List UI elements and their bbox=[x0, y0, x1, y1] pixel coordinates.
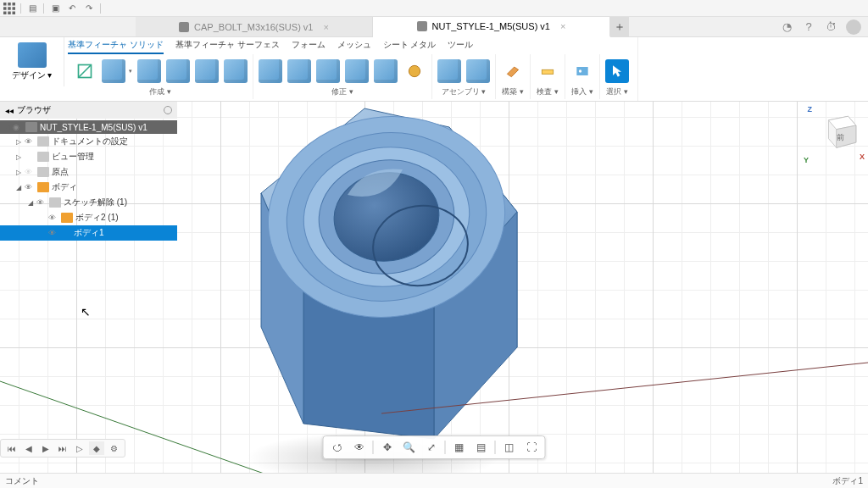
chamfer-icon[interactable] bbox=[287, 59, 311, 83]
box-icon[interactable] bbox=[102, 59, 125, 83]
measure-icon[interactable] bbox=[536, 59, 559, 83]
tl-feature-1[interactable]: ◆ bbox=[89, 441, 104, 455]
group-select-label[interactable]: 選択 ▾ bbox=[604, 86, 631, 99]
fit-icon[interactable]: ⤢ bbox=[421, 439, 442, 456]
tab-mesh[interactable]: メッシュ bbox=[337, 39, 371, 54]
extensions-icon[interactable]: ◔ bbox=[780, 20, 793, 34]
axis-z: Z bbox=[808, 105, 813, 114]
sketch-icon[interactable] bbox=[73, 59, 97, 83]
tree-bodies[interactable]: ◢👁ボディ bbox=[0, 180, 177, 195]
tl-back-icon[interactable]: ◀ bbox=[21, 441, 36, 455]
tab-label: NUT_STYLE-1_M5(SUS) v1 bbox=[432, 21, 550, 31]
browser-options-icon[interactable] bbox=[164, 106, 172, 114]
save-icon[interactable]: ▣ bbox=[49, 3, 61, 14]
group-construct-label[interactable]: 構築 ▾ bbox=[499, 86, 526, 99]
tree-sketch-release[interactable]: ◢👁スケッチ解除 (1) bbox=[0, 195, 177, 210]
tree-body2[interactable]: 👁ボディ2 (1) bbox=[0, 210, 177, 225]
tl-start-icon[interactable]: ⏮ bbox=[4, 441, 19, 455]
timeline-panel: ⏮ ◀ ▶ ⏭ ▷ ◆ ⚙ bbox=[0, 439, 125, 458]
select-icon[interactable] bbox=[605, 59, 629, 83]
collapse-icon[interactable]: ◂◂ bbox=[5, 106, 14, 115]
tab-surface[interactable]: 基準フィーチャ サーフェス bbox=[175, 39, 280, 54]
sweep-icon[interactable] bbox=[195, 59, 219, 83]
shell-icon[interactable] bbox=[316, 59, 340, 83]
fillet-icon[interactable] bbox=[259, 59, 282, 83]
look-icon[interactable]: 👁 bbox=[349, 439, 370, 456]
plane-icon[interactable] bbox=[501, 59, 525, 83]
tab-form[interactable]: フォーム bbox=[292, 39, 326, 54]
help-icon[interactable]: ? bbox=[802, 20, 815, 34]
new-tab-button[interactable]: ＋ bbox=[610, 17, 629, 36]
tab-nut-style[interactable]: NUT_STYLE-1_M5(SUS) v1 × bbox=[373, 17, 610, 37]
draft-icon[interactable] bbox=[345, 59, 369, 83]
loft-icon[interactable] bbox=[224, 59, 248, 83]
group-create-label[interactable]: 作成 ▾ bbox=[71, 86, 249, 99]
close-icon[interactable]: × bbox=[323, 22, 328, 32]
tree-views[interactable]: ▷ビュー管理 bbox=[0, 149, 177, 164]
document-tabs: CAP_BOLT_M3x16(SUS) v1 × NUT_STYLE-1_M5(… bbox=[0, 17, 868, 37]
group-insert-label[interactable]: 挿入 ▾ bbox=[569, 86, 596, 99]
tl-end-icon[interactable]: ⏭ bbox=[55, 441, 70, 455]
root-label: NUT_STYLE-1_M5(SUS) v1 bbox=[40, 123, 147, 132]
svg-rect-13 bbox=[576, 67, 587, 75]
combine-icon[interactable] bbox=[374, 59, 398, 83]
tab-solid[interactable]: 基準フィーチャ ソリッド bbox=[68, 39, 164, 54]
insert-icon[interactable] bbox=[570, 59, 594, 83]
tl-play-icon[interactable]: ▷ bbox=[72, 441, 87, 455]
tl-settings-icon[interactable]: ⚙ bbox=[106, 441, 121, 455]
browser-header[interactable]: ◂◂ ブラウザ bbox=[0, 102, 177, 119]
main-content: ◂◂ ブラウザ ◢◉ NUT_STYLE-1_M5(SUS) v1 ▷👁ドキュメ… bbox=[0, 102, 868, 473]
grid-icon[interactable]: ▤ bbox=[471, 439, 492, 456]
close-icon[interactable]: × bbox=[560, 21, 565, 31]
avatar[interactable] bbox=[846, 19, 861, 35]
tree-origin[interactable]: ▷👁原点 bbox=[0, 164, 177, 180]
workspace-icon bbox=[18, 42, 47, 68]
svg-point-14 bbox=[579, 69, 581, 72]
tab-sheetmetal[interactable]: シート メタル bbox=[383, 39, 437, 54]
asbuilt-icon[interactable] bbox=[466, 59, 490, 83]
redo-icon[interactable]: ↷ bbox=[83, 3, 95, 14]
fullscreen-icon[interactable]: ⛶ bbox=[521, 439, 542, 456]
browser-tree: ◢◉ NUT_STYLE-1_M5(SUS) v1 ▷👁ドキュメントの設定 ▷ビ… bbox=[0, 119, 177, 242]
tree-root[interactable]: ◢◉ NUT_STYLE-1_M5(SUS) v1 bbox=[0, 120, 177, 134]
cursor-icon: ↖ bbox=[81, 305, 91, 319]
svg-rect-1 bbox=[8, 3, 11, 6]
comment-label[interactable]: コメント bbox=[5, 475, 39, 487]
tl-fwd-icon[interactable]: ▶ bbox=[38, 441, 53, 455]
svg-text:前: 前 bbox=[837, 133, 844, 141]
svg-rect-7 bbox=[8, 11, 11, 14]
zoom-icon[interactable]: 🔍 bbox=[399, 439, 420, 456]
group-assemble-label[interactable]: アセンブリ ▾ bbox=[436, 86, 492, 99]
workspace-switcher[interactable]: デザイン ▾ bbox=[0, 37, 64, 86]
undo-icon[interactable]: ↶ bbox=[66, 3, 78, 14]
tree-doc-settings[interactable]: ▷👁ドキュメントの設定 bbox=[0, 134, 177, 149]
tab-label: CAP_BOLT_M3x16(SUS) v1 bbox=[194, 22, 313, 32]
orbit-icon[interactable]: ⭯ bbox=[327, 439, 348, 456]
viewports-icon[interactable]: ◫ bbox=[499, 439, 520, 456]
apps-icon[interactable] bbox=[3, 3, 15, 14]
hex-nut-model[interactable] bbox=[220, 102, 559, 458]
svg-rect-4 bbox=[8, 7, 11, 10]
file-icon[interactable]: ▤ bbox=[26, 3, 38, 14]
display-icon[interactable]: ▦ bbox=[449, 439, 470, 456]
svg-rect-8 bbox=[13, 11, 16, 14]
pan-icon[interactable]: ✥ bbox=[377, 439, 398, 456]
group-modify-label[interactable]: 修正 ▾ bbox=[257, 86, 428, 99]
group-inspect-label[interactable]: 検査 ▾ bbox=[534, 86, 561, 99]
tab-tools[interactable]: ツール bbox=[448, 39, 473, 54]
revolve-icon[interactable] bbox=[166, 59, 190, 83]
doc-icon bbox=[179, 22, 189, 32]
tree-body1-selected[interactable]: 👁ボディ1 bbox=[0, 225, 177, 241]
joint-icon[interactable] bbox=[437, 59, 461, 83]
feature-tab-row: 基準フィーチャ ソリッド 基準フィーチャ サーフェス フォーム メッシュ シート… bbox=[68, 39, 634, 54]
viewcube[interactable]: 前 bbox=[815, 108, 861, 154]
nav-toolbar: ⭯ 👁 ✥ 🔍 ⤢ ▦ ▤ ◫ ⛶ bbox=[323, 435, 546, 459]
appearance-icon[interactable] bbox=[403, 59, 426, 83]
extrude-icon[interactable] bbox=[137, 59, 161, 83]
browser-title: ブラウザ bbox=[17, 104, 51, 116]
ribbon-toolbar: デザイン ▾ 基準フィーチャ ソリッド 基準フィーチャ サーフェス フォーム メ… bbox=[0, 37, 868, 102]
svg-rect-3 bbox=[3, 7, 7, 10]
tab-cap-bolt[interactable]: CAP_BOLT_M3x16(SUS) v1 × bbox=[136, 17, 373, 36]
axis-y: Y bbox=[804, 156, 809, 164]
notifications-icon[interactable]: ⏱ bbox=[824, 20, 837, 34]
